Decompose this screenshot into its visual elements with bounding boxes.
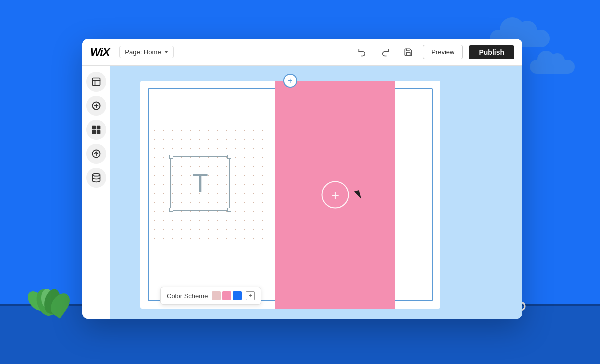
save-button[interactable] <box>400 44 417 61</box>
publish-button[interactable]: Publish <box>469 46 514 60</box>
add-element-button[interactable]: + <box>322 182 350 209</box>
sidebar-item-pages[interactable] <box>86 72 106 92</box>
svg-rect-21 <box>92 78 100 86</box>
redo-button[interactable] <box>377 44 394 61</box>
pink-section[interactable]: + <box>276 81 396 309</box>
sidebar-item-apps[interactable] <box>86 120 106 140</box>
wix-logo: WiX <box>90 46 110 59</box>
color-scheme-bar[interactable]: Color Scheme + <box>160 287 262 305</box>
svg-point-33 <box>92 174 100 176</box>
preview-button[interactable]: Preview <box>423 45 463 60</box>
toolbar: WiX Page: Home <box>82 39 522 66</box>
page-content-area[interactable]: + T + <box>140 81 440 309</box>
plant-decoration <box>28 266 68 316</box>
svg-rect-27 <box>92 126 96 130</box>
svg-rect-28 <box>96 126 100 130</box>
sidebar-item-database[interactable] <box>86 168 106 188</box>
color-swatch-pink[interactable] <box>222 292 232 300</box>
page-selector[interactable]: Page: Home <box>120 46 174 58</box>
chevron-down-icon <box>164 51 168 54</box>
canvas-area[interactable]: + T + Color Scheme <box>110 66 522 319</box>
color-swatches <box>212 292 242 300</box>
text-placeholder-icon: T <box>192 170 208 196</box>
add-section-button[interactable]: + <box>284 74 298 88</box>
resize-handle-tl[interactable] <box>170 155 174 159</box>
left-sidebar <box>82 66 110 319</box>
svg-rect-30 <box>96 130 100 134</box>
sidebar-item-media[interactable] <box>86 144 106 164</box>
color-swatch-light-pink[interactable] <box>212 292 221 300</box>
add-color-swatch-button[interactable]: + <box>246 292 255 300</box>
sidebar-item-add[interactable] <box>86 96 106 116</box>
color-scheme-label: Color Scheme <box>167 292 208 300</box>
resize-handle-bl[interactable] <box>170 208 174 212</box>
color-swatch-blue[interactable] <box>233 292 242 300</box>
cloud-decoration-2 <box>530 60 575 74</box>
svg-rect-29 <box>92 130 96 134</box>
resize-handle-br[interactable] <box>228 208 232 212</box>
undo-button[interactable] <box>354 44 371 61</box>
resize-handle-tr[interactable] <box>228 155 232 159</box>
text-element-selected[interactable]: T <box>170 156 230 211</box>
editor-window: WiX Page: Home <box>82 39 522 319</box>
add-element-icon: + <box>332 187 340 203</box>
